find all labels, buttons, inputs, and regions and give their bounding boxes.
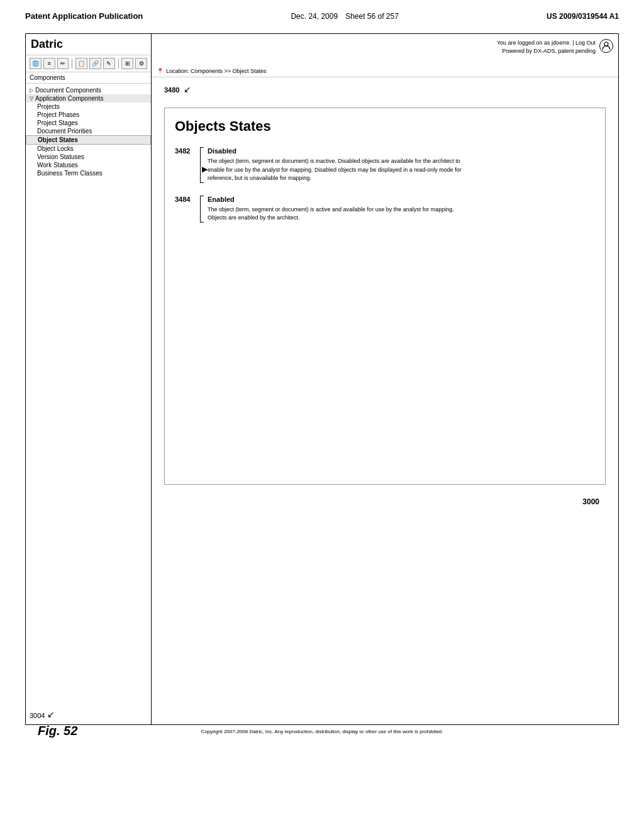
- ref-3480-area: 3480 ↙: [152, 77, 618, 95]
- settings-icon[interactable]: ⚙: [135, 58, 147, 69]
- toolbar-separator2: [118, 58, 119, 69]
- sheet-info: Sheet 56 of 257: [345, 12, 399, 21]
- sidebar-nav: ▷ Document Components ▽ Application Comp…: [26, 84, 151, 180]
- nav-label6: Document Priorities: [37, 128, 92, 135]
- pencil2-icon[interactable]: ✎: [103, 58, 115, 69]
- nav-label8: Object Locks: [37, 145, 74, 152]
- ref-3482-label: 3482: [175, 147, 200, 183]
- arrow-down-icon: ↙: [47, 709, 55, 719]
- sidebar-item-document-components[interactable]: ▷ Document Components: [26, 86, 151, 94]
- enabled-label: Enabled: [208, 196, 595, 203]
- sidebar-item-version-statuses[interactable]: Version Statuses: [26, 153, 151, 161]
- copyright-text: Copyright 2007-2008 Datric, Inc. Any rep…: [201, 729, 443, 734]
- sidebar-item-application-components[interactable]: ▽ Application Components: [26, 94, 151, 102]
- sidebar-item-work-statuses[interactable]: Work Statuses: [26, 161, 151, 169]
- svg-point-0: [604, 42, 608, 46]
- enabled-content: Enabled The object (term, segment or doc…: [208, 196, 595, 223]
- page-footer: Copyright 2007-2008 Datric, Inc. Any rep…: [25, 725, 619, 738]
- sidebar-header: Datric: [26, 34, 151, 55]
- toolbar-separator: [72, 58, 72, 69]
- disabled-label: Disabled: [208, 147, 595, 155]
- user-info-text: You are logged on as jdoerre. | Log Out …: [497, 39, 596, 55]
- components-label: Components: [26, 72, 151, 84]
- diagram-outer: Datric 🌐 ≡ ✏ 📋 🔗 ✎ ⊞ ⚙ Components ▷: [25, 33, 619, 725]
- nav-label3: Projects: [37, 103, 60, 110]
- disabled-section: 3482 ▶ Disabled The object (term, segmen…: [175, 147, 595, 183]
- disabled-desc-1: The object (term, segment or document) i…: [208, 157, 595, 166]
- arrow-3480-icon: ↙: [184, 84, 191, 94]
- disabled-desc-3: reference, but is unavailable for mappin…: [208, 174, 595, 183]
- nav-label9: Version Statuses: [37, 153, 84, 160]
- bracket-3484: [200, 196, 204, 223]
- sidebar-panel: Datric 🌐 ≡ ✏ 📋 🔗 ✎ ⊞ ⚙ Components ▷: [26, 34, 152, 724]
- user-info-line2: Powered by DX-ADS, patent pending: [497, 47, 596, 55]
- user-info-line1: You are logged on as jdoerre. | Log Out: [497, 39, 596, 47]
- location-bar: 📍 Location: Components >> Object States: [152, 65, 618, 77]
- header-center: Dec. 24, 2009 Sheet 56 of 257: [291, 12, 398, 21]
- main-panel: You are logged on as jdoerre. | Log Out …: [152, 34, 618, 724]
- sidebar-item-projects[interactable]: Projects: [26, 102, 151, 111]
- location-icon: 📍: [157, 68, 164, 74]
- sidebar-item-document-priorities[interactable]: Document Priorities: [26, 127, 151, 135]
- ref-3000-label: 3000: [582, 497, 599, 506]
- ref-3484-label: 3484: [175, 196, 200, 223]
- bracket-3482: ▶: [200, 147, 204, 183]
- enabled-desc-1: The object (term, segment or document) i…: [208, 206, 595, 214]
- bracket-arrow-icon: ▶: [202, 165, 208, 174]
- fig-label: Fig. 52: [38, 724, 77, 738]
- brand-name: Datric: [31, 38, 63, 51]
- patent-number: US 2009/0319544 A1: [547, 12, 619, 21]
- sidebar-item-project-phases[interactable]: Project Phases: [26, 111, 151, 119]
- nav-label4: Project Phases: [37, 111, 79, 118]
- pencil-icon[interactable]: ✏: [57, 58, 69, 69]
- ref-3480-label: 3480: [164, 86, 179, 94]
- link-icon[interactable]: 🔗: [89, 58, 101, 69]
- sidebar-item-project-stages[interactable]: Project Stages: [26, 119, 151, 127]
- enabled-section: 3484 Enabled The object (term, segment o…: [175, 196, 595, 223]
- ref-3004-label: 3004: [30, 712, 45, 719]
- user-info-panel: You are logged on as jdoerre. | Log Out …: [497, 39, 613, 55]
- nav-label2: Application Components: [35, 95, 103, 102]
- page-content: Datric 🌐 ≡ ✏ 📋 🔗 ✎ ⊞ ⚙ Components ▷: [0, 27, 644, 751]
- arrow-icon2: ▽: [30, 96, 33, 101]
- ref-3000-wrapper: 3000: [152, 497, 618, 506]
- nav-label10: Work Statuses: [37, 162, 78, 169]
- sidebar-item-object-states[interactable]: Object States: [26, 135, 151, 145]
- list-icon[interactable]: ≡: [43, 58, 55, 69]
- nav-label5: Project Stages: [37, 119, 78, 126]
- content-title: Objects States: [175, 118, 595, 135]
- ref-3004-wrapper: 3004 ↙: [26, 180, 151, 724]
- nav-label7: Object States: [38, 136, 78, 143]
- nav-label: Document Components: [35, 87, 101, 94]
- enabled-desc-2: Objects are enabled by the architect.: [208, 214, 595, 223]
- publication-date: Dec. 24, 2009: [291, 12, 338, 21]
- inner-content-box: Objects States 3482 ▶ Disabled The objec…: [164, 108, 606, 485]
- globe-icon[interactable]: 🌐: [30, 58, 42, 69]
- disabled-desc-2: enable for use by the analyst for mappin…: [208, 166, 595, 175]
- page-header: Patent Application Publication Dec. 24, …: [0, 0, 644, 27]
- filter-icon[interactable]: ⊞: [121, 58, 133, 69]
- sidebar-item-business-term-classes[interactable]: Business Term Classes: [26, 169, 151, 177]
- nav-label11: Business Term Classes: [37, 170, 103, 177]
- user-avatar-icon: [599, 39, 613, 53]
- arrow-icon: ▷: [30, 87, 33, 93]
- disabled-content: Disabled The object (term, segment or do…: [208, 147, 595, 183]
- sidebar-toolbar: 🌐 ≡ ✏ 📋 🔗 ✎ ⊞ ⚙: [26, 55, 151, 72]
- doc-icon[interactable]: 📋: [75, 58, 87, 69]
- sidebar-item-object-locks[interactable]: Object Locks: [26, 145, 151, 153]
- location-text: Location: Components >> Object States: [166, 68, 267, 74]
- publication-label: Patent Application Publication: [25, 11, 143, 21]
